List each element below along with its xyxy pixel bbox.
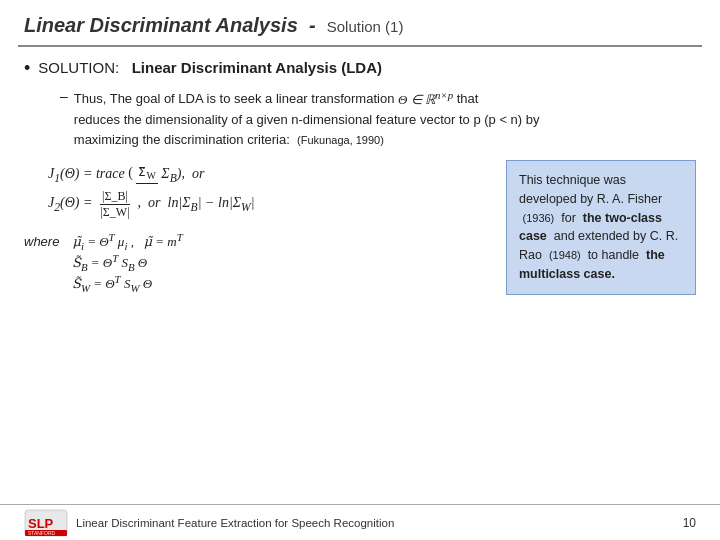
footer-title: Linear Discriminant Feature Extraction f… <box>76 517 394 529</box>
main-bullet: • SOLUTION: Linear Discriminant Analysis… <box>24 57 696 80</box>
j1-formula: J1(Θ) = trace ( Σ̃W ΣB), or <box>48 165 496 184</box>
math-section: J1(Θ) = trace ( Σ̃W ΣB), or J2(Θ) = <box>24 160 696 295</box>
svg-text:SLP: SLP <box>28 516 54 531</box>
sidebar-ref2: (1948) <box>549 249 581 261</box>
where-eq2: S̃B = ΘT SB Θ <box>72 255 147 270</box>
title-main: Linear Discriminant Analysis <box>24 14 298 36</box>
math-formulas: J1(Θ) = trace ( Σ̃W ΣB), or J2(Θ) = <box>24 160 496 294</box>
j1-fraction: Σ̃W <box>136 165 157 183</box>
j2-rest: , or ln|ΣB| − ln|ΣW| <box>138 195 255 214</box>
footer-logo: SLP STANFORD <box>24 508 68 538</box>
solution-label: SOLUTION: Linear Discriminant Analysis (… <box>38 57 382 78</box>
slide-footer: SLP STANFORD Linear Discriminant Feature… <box>0 504 720 540</box>
j2-label: J2(Θ) = <box>48 195 92 214</box>
where-section: where μ̃i = ΘT μi , μ̃ = mT S̃B = ΘT SB … <box>24 231 496 294</box>
sidebar-box: This technique was developed by R. A. Fi… <box>506 160 696 295</box>
bullet-text-solution: SOLUTION: <box>38 59 119 76</box>
sub-bullet-1: – Thus, The goal of LDA is to seek a lin… <box>60 86 696 150</box>
footer-left: SLP STANFORD Linear Discriminant Feature… <box>24 508 394 538</box>
bullet-text-lda: Linear Discriminant Analysis (LDA) <box>132 59 382 76</box>
sidebar-text4: to handle <box>588 248 639 262</box>
svg-text:STANFORD: STANFORD <box>28 530 56 536</box>
j2-formula: J2(Θ) = |Σ_B| |Σ_W| , or ln|ΣB| − ln|ΣW| <box>48 189 496 219</box>
j2-fraction: |Σ_B| |Σ_W| <box>98 189 131 219</box>
slide-title: Linear Discriminant Analysis - Solution … <box>24 14 696 37</box>
sidebar-text1: This technique was developed by R. A. Fi… <box>519 173 662 206</box>
slide-header: Linear Discriminant Analysis - Solution … <box>0 0 720 45</box>
slide: Linear Discriminant Analysis - Solution … <box>0 0 720 540</box>
slide-content: • SOLUTION: Linear Discriminant Analysis… <box>0 47 720 504</box>
word-that: that <box>457 92 479 107</box>
dash-icon: – <box>60 86 68 107</box>
reference-text: (Fukunaga, 1990) <box>297 134 384 146</box>
bullet-dot: • <box>24 57 30 80</box>
j1-parens: ( <box>128 166 133 181</box>
footer-page: 10 <box>683 516 696 530</box>
where-label: where <box>24 234 59 249</box>
intro-text: Thus, The goal of LDA is to seek a linea… <box>74 92 395 107</box>
sub-bullet-text: Thus, The goal of LDA is to seek a linea… <box>74 86 554 150</box>
sidebar-ref1: (1936) <box>522 212 554 224</box>
where-eq1: μ̃i = ΘT μi , μ̃ = mT <box>72 234 182 249</box>
j1-text: J1(Θ) = trace <box>48 166 128 181</box>
j1-sb: ΣB), or <box>161 166 204 181</box>
title-subtitle: Solution (1) <box>327 18 404 35</box>
theta-notation: Θ ∈ ℝn×p <box>398 92 453 107</box>
where-eq3: S̃W = ΘT SW Θ <box>72 276 152 291</box>
sidebar-text2: for <box>561 211 576 225</box>
sub-bullets: – Thus, The goal of LDA is to seek a lin… <box>60 86 696 152</box>
